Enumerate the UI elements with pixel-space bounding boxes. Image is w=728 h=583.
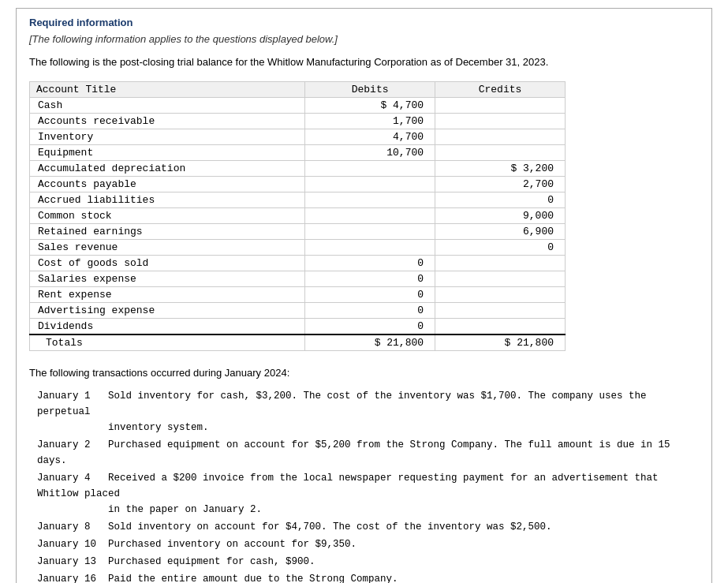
table-row: Cost of goods sold0 (30, 255, 566, 271)
table-row: Accounts receivable1,700 (30, 113, 566, 129)
debit-cell: 1,700 (305, 113, 435, 129)
account-cell: Salaries expense (30, 271, 305, 286)
debit-cell (305, 176, 435, 192)
table-row: Cash$ 4,700 (30, 97, 566, 113)
credit-cell (435, 97, 566, 113)
account-cell: Inventory (30, 129, 305, 144)
transaction-item: January 16Paid the entire amount due to … (37, 571, 699, 583)
account-cell: Cash (30, 97, 305, 113)
transactions-list: January 1Sold inventory for cash, $3,200… (37, 388, 699, 583)
table-row: Accumulated depreciation$ 3,200 (30, 160, 566, 176)
credit-cell (435, 144, 566, 160)
col-header-credits: Credits (435, 81, 566, 97)
transaction-item: January 4Received a $200 invoice from th… (37, 470, 699, 518)
table-row: Sales revenue0 (30, 239, 566, 255)
account-cell: Accrued liabilities (30, 192, 305, 207)
table-row: Retained earnings6,900 (30, 223, 566, 239)
debit-cell (305, 192, 435, 207)
account-cell: Accounts receivable (30, 113, 305, 129)
transaction-item: January 1Sold inventory for cash, $3,200… (37, 388, 699, 435)
account-cell: Dividends (30, 318, 305, 334)
debit-cell (305, 239, 435, 255)
account-cell: Rent expense (30, 286, 305, 302)
account-cell: Cost of goods sold (30, 255, 305, 271)
debit-cell: 0 (305, 302, 435, 318)
account-cell: Advertising expense (30, 302, 305, 318)
debit-cell: 0 (305, 286, 435, 302)
transaction-line: January 4Received a $200 invoice from th… (37, 473, 659, 499)
account-cell: Common stock (30, 207, 305, 223)
table-row: Rent expense0 (30, 286, 566, 302)
credit-cell: 2,700 (435, 176, 566, 192)
credit-cell (435, 129, 566, 144)
debit-cell: 0 (305, 318, 435, 334)
table-row: Common stock9,000 (30, 207, 566, 223)
table-row: Salaries expense0 (30, 271, 566, 286)
transactions-title: The following transactions occurred duri… (29, 365, 699, 381)
col-header-debits: Debits (305, 81, 435, 97)
table-row: Accounts payable2,700 (30, 176, 566, 192)
transaction-line: January 16Paid the entire amount due to … (37, 574, 398, 583)
table-row: Accrued liabilities0 (30, 192, 566, 207)
debit-cell (305, 160, 435, 176)
account-cell: Equipment (30, 144, 305, 160)
credit-cell (435, 255, 566, 271)
transaction-item: January 2Purchased equipment on account … (37, 437, 699, 469)
transaction-continuation: inventory system. (108, 420, 699, 435)
intro-text: The following is the post-closing trial … (29, 54, 699, 70)
debit-cell: 0 (305, 271, 435, 286)
account-cell: Accumulated depreciation (30, 160, 305, 176)
debit-cell: 4,700 (305, 129, 435, 144)
required-info-title: Required information (29, 17, 699, 28)
credit-cell (435, 113, 566, 129)
credit-cell: 9,000 (435, 207, 566, 223)
credit-cell (435, 302, 566, 318)
account-cell: Retained earnings (30, 223, 305, 239)
credit-cell: 0 (435, 239, 566, 255)
totals-row: Totals$ 21,800$ 21,800 (30, 334, 566, 351)
transaction-line: January 10Purchased inventory on account… (37, 539, 357, 550)
transaction-line: January 1Sold inventory for cash, $3,200… (37, 391, 647, 417)
table-row: Inventory4,700 (30, 129, 566, 144)
credit-cell: $ 3,200 (435, 160, 566, 176)
transaction-item: January 8Sold inventory on account for $… (37, 519, 699, 535)
account-cell: Accounts payable (30, 176, 305, 192)
credit-cell (435, 271, 566, 286)
col-header-account: Account Title (30, 81, 305, 97)
debit-cell: 10,700 (305, 144, 435, 160)
debit-cell (305, 207, 435, 223)
credit-cell: 6,900 (435, 223, 566, 239)
credit-cell (435, 318, 566, 334)
transaction-line: January 2Purchased equipment on account … (37, 439, 670, 466)
debit-cell: $ 4,700 (305, 97, 435, 113)
transaction-item: January 10Purchased inventory on account… (37, 536, 699, 552)
account-cell: Sales revenue (30, 239, 305, 255)
transaction-line: January 13Purchased equipment for cash, … (37, 556, 315, 567)
table-row: Advertising expense0 (30, 302, 566, 318)
transaction-continuation: in the paper on January 2. (108, 502, 699, 518)
trial-balance-table: Account Title Debits Credits Cash$ 4,700… (29, 81, 566, 351)
credit-cell: 0 (435, 192, 566, 207)
table-row: Dividends0 (30, 318, 566, 334)
debit-cell: 0 (305, 255, 435, 271)
subtitle: [The following information applies to th… (29, 33, 699, 45)
debit-cell (305, 223, 435, 239)
credit-cell (435, 286, 566, 302)
table-row: Equipment10,700 (30, 144, 566, 160)
transaction-item: January 13Purchased equipment for cash, … (37, 554, 699, 570)
main-content-box: Required information [The following info… (16, 8, 712, 583)
transaction-line: January 8Sold inventory on account for $… (37, 521, 552, 533)
